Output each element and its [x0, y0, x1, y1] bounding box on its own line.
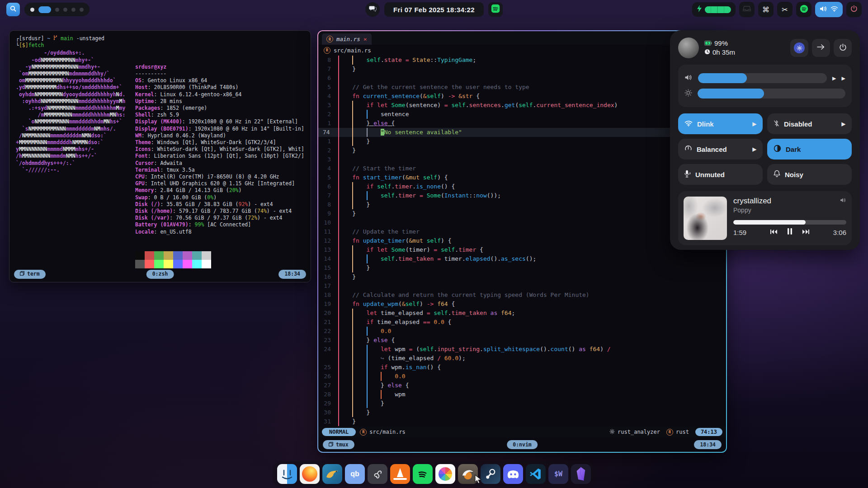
- dock-icon-firefox[interactable]: [300, 464, 320, 484]
- battery-indicator[interactable]: [692, 2, 736, 17]
- code-line: 1} else {: [318, 119, 726, 128]
- datetime-display[interactable]: Fri 07 Feb 2025 18:34:22: [384, 2, 484, 17]
- workspace-dot-active[interactable]: [38, 6, 51, 13]
- workspace-dot-occupied[interactable]: [30, 8, 34, 12]
- toggle-notifications[interactable]: Noisy: [767, 164, 852, 185]
- code-line: 7self.timer = Some(Instant::now());: [318, 191, 726, 200]
- fetch-row: Kernel: Linux 6.12.4-gentoo-x86_64: [135, 91, 304, 98]
- bluetooth-off-icon: [774, 120, 779, 128]
- rust-file-icon: [326, 36, 333, 42]
- dock-icon-qbittorrent[interactable]: qb: [345, 464, 365, 484]
- volume-expand-icon[interactable]: ▶: [832, 75, 836, 81]
- color-swatch: [202, 251, 211, 260]
- code-line: 28wpm: [318, 390, 726, 399]
- audio-network-button[interactable]: [815, 2, 843, 17]
- fetch-row: Theme: Windows [Qt], WhiteSur-Dark [GTK2…: [135, 139, 304, 146]
- search-button[interactable]: [6, 3, 20, 16]
- dock-icon-vscode[interactable]: [526, 464, 546, 484]
- nvim-window[interactable]: main.rs × src/main.rs 8self.state = Stat…: [318, 31, 726, 452]
- workspace-dot-empty[interactable]: [63, 8, 67, 12]
- output-selector-icon[interactable]: ▶: [842, 75, 845, 81]
- toggle-power-profile[interactable]: Balanced ▶: [678, 139, 763, 160]
- dock-icon-fan-utility[interactable]: [368, 464, 387, 484]
- thunderbird-icon: [325, 467, 340, 481]
- wifi-icon: [684, 120, 693, 128]
- chevron-right-icon[interactable]: ▶: [753, 121, 756, 127]
- spotify-tray-button[interactable]: [488, 2, 503, 17]
- track-progress-bar[interactable]: [733, 220, 846, 225]
- previous-track-button[interactable]: [770, 228, 777, 236]
- vlc-cone-icon: [393, 468, 407, 480]
- color-swatch: [135, 251, 145, 260]
- code-line: 24let wpm = (self.input_string.split_whi…: [318, 345, 726, 354]
- code-line: 17: [318, 282, 726, 291]
- notifications-button[interactable]: [365, 2, 380, 17]
- shutdown-button[interactable]: [834, 39, 852, 57]
- code-line: 3: [318, 155, 726, 164]
- dock-icon-spotify[interactable]: [413, 464, 433, 484]
- firefox-icon: [302, 466, 317, 482]
- screenshot-tray-button[interactable]: ✂: [777, 2, 793, 17]
- workspace-indicator[interactable]: [24, 3, 90, 16]
- quick-toggles: Dlink ▶ Disabled ▶ Balanced ▶ Dark Unmut…: [678, 113, 852, 185]
- dock-icon-photos[interactable]: [435, 464, 455, 484]
- toggle-wifi[interactable]: Dlink ▶: [678, 113, 763, 134]
- nvim-winbar: src/main.rs: [318, 45, 726, 56]
- dock-icon-vlc[interactable]: [390, 464, 410, 484]
- dock-icon-obsidian[interactable]: [571, 464, 591, 484]
- workspace-dot-empty[interactable]: [80, 8, 84, 12]
- power-button[interactable]: [846, 2, 862, 17]
- terminal-window[interactable]: ┌[srdusr] ~ main -unstaged └[$]fetch -/o…: [9, 30, 311, 282]
- tmux-window-pill[interactable]: 0:nvim: [507, 440, 538, 449]
- fetch-row: Packages: 1852 (emerge): [135, 105, 304, 112]
- dock-icon-thunderbird[interactable]: [322, 464, 342, 484]
- fetch-info-column: srdusr@xyz----------OS: Gentoo Linux x86…: [135, 50, 304, 282]
- settings-button[interactable]: [790, 39, 808, 57]
- player-output-icon[interactable]: [840, 197, 846, 205]
- dock-icon-steam[interactable]: [481, 464, 500, 484]
- chevron-right-icon[interactable]: ▶: [753, 146, 756, 152]
- toggle-bluetooth[interactable]: Disabled ▶: [767, 113, 852, 134]
- user-avatar[interactable]: [678, 38, 699, 58]
- dock-icon-wezterm[interactable]: $W: [548, 464, 568, 484]
- toggle-microphone[interactable]: Unmuted: [678, 164, 763, 185]
- tmux-window-pill[interactable]: 0:zsh: [146, 270, 174, 279]
- volume-slider[interactable]: [698, 73, 827, 83]
- tab-close-icon[interactable]: ×: [363, 36, 367, 42]
- tmux-session-pill[interactable]: term: [14, 270, 46, 279]
- code-line: 1}: [318, 137, 726, 146]
- code-line: 21if time_elapsed == 0.0 {: [318, 318, 726, 327]
- spotify-tray-icon-button[interactable]: [796, 2, 811, 17]
- chevron-right-icon[interactable]: ▶: [842, 121, 845, 127]
- code-line: 25if wpm.is_nan() {: [318, 363, 726, 372]
- mouse-cursor: [475, 474, 482, 486]
- tray-inbox-button[interactable]: [739, 2, 755, 17]
- wezterm-label: $W: [554, 470, 562, 478]
- fetch-row: Battery (01AV479): 99% [AC Connected]: [135, 221, 304, 228]
- brightness-slider[interactable]: [698, 89, 845, 99]
- battery-status: 99%: [704, 39, 735, 48]
- logout-button[interactable]: [812, 39, 830, 57]
- fetch-row: Shell: zsh 5.9: [135, 112, 304, 118]
- code-buffer[interactable]: 8self.state = State::TypingGame;7}65// G…: [318, 56, 726, 426]
- command-tray-button[interactable]: ⌘: [758, 2, 774, 17]
- workspace-dot-empty[interactable]: [71, 8, 75, 12]
- toggle-dark-mode[interactable]: Dark: [767, 139, 852, 160]
- pause-button[interactable]: [787, 228, 793, 236]
- next-track-button[interactable]: [802, 228, 809, 236]
- fetch-row: OS: Gentoo Linux x86_64: [135, 77, 304, 84]
- workspace-dot-empty[interactable]: [55, 8, 59, 12]
- dock-icon-file-manager[interactable]: [277, 464, 297, 484]
- color-swatch: [164, 251, 173, 260]
- fetch-row: Terminal: tmux 3.5a: [135, 167, 304, 174]
- code-line: 13if let Some(timer) = self.timer {: [318, 245, 726, 254]
- track-elapsed: 1:59: [733, 229, 755, 236]
- album-art: [684, 197, 727, 240]
- charging-bolt-icon: [697, 5, 702, 14]
- fetch-row: GPU: Intel UHD Graphics 620 @ 1.15 GHz […: [135, 180, 304, 187]
- microphone-icon: [684, 170, 691, 179]
- dock-icon-discord[interactable]: [503, 464, 523, 484]
- tmux-session-pill[interactable]: tmux: [323, 440, 354, 449]
- spotify-icon: [416, 467, 429, 481]
- nvim-tab-main-rs[interactable]: main.rs ×: [322, 33, 372, 45]
